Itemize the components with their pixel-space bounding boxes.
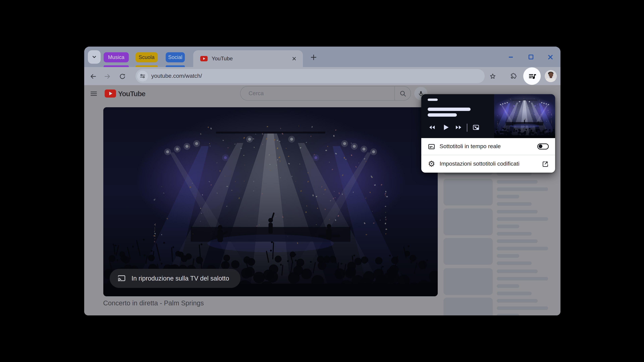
forward-arrow-icon	[104, 72, 112, 80]
open-caption-settings-button[interactable]	[541, 160, 548, 168]
browser-window: Musica Scuola Social YouTube	[84, 46, 560, 316]
minimize-icon	[508, 54, 514, 60]
tab-group-chip-social[interactable]: Social	[166, 52, 185, 62]
window-close-button[interactable]	[548, 54, 554, 60]
suggested-video-thumbnail-placeholder	[444, 298, 493, 316]
profile-avatar[interactable]	[545, 70, 557, 82]
suggested-video-text-placeholder	[497, 254, 519, 258]
browser-toolbar: youtube.com/watch/	[84, 67, 560, 85]
reload-icon	[118, 72, 126, 80]
live-caption-label: Sottotitoli in tempo reale	[440, 143, 501, 150]
youtube-favicon	[200, 56, 208, 61]
next-track-button[interactable]	[455, 123, 462, 131]
suggested-video-text-placeholder	[497, 239, 538, 243]
suggested-video-text-placeholder	[497, 277, 548, 281]
open-in-new-icon	[541, 160, 548, 168]
video-title: Concerto in diretta - Palm Springs	[103, 299, 204, 307]
play-icon	[441, 123, 450, 132]
bookmark-button[interactable]	[489, 72, 497, 80]
video-dim-overlay	[103, 107, 438, 296]
puzzle-icon	[509, 72, 517, 80]
media-controls-button[interactable]	[523, 67, 541, 85]
suggested-video-text-placeholder	[497, 299, 538, 303]
suggested-video-text-placeholder	[497, 247, 548, 250]
suggested-video-text-placeholder	[497, 217, 548, 221]
media-thumbnail	[494, 94, 555, 138]
guide-menu-button[interactable]	[90, 89, 98, 97]
url-text: youtube.com/watch/	[151, 73, 202, 79]
live-caption-icon	[428, 142, 436, 150]
suggested-video-text-placeholder	[497, 284, 519, 288]
back-arrow-icon	[89, 72, 97, 80]
cast-icon	[117, 274, 126, 283]
search-input[interactable]	[248, 90, 377, 97]
tab-group-chip-musica[interactable]: Musica	[104, 52, 129, 62]
tab-group-underline	[136, 65, 158, 67]
window-maximize-button[interactable]	[528, 54, 534, 60]
previous-track-button[interactable]	[428, 123, 436, 131]
suggested-video-text-placeholder	[497, 232, 532, 236]
address-bar[interactable]: youtube.com/watch/	[136, 69, 485, 83]
media-artist-placeholder	[428, 113, 457, 117]
suggested-video-text-placeholder	[497, 270, 538, 273]
site-settings-button[interactable]	[137, 71, 148, 81]
suggested-video-thumbnail-placeholder	[444, 268, 493, 295]
suggested-video-thumbnail-placeholder	[444, 209, 493, 235]
picture-in-picture-icon	[472, 123, 480, 131]
caption-settings-row[interactable]: ⚙ Impostazioni sottotitoli codificati	[421, 155, 555, 172]
tab-close-button[interactable]	[292, 56, 297, 61]
tab-search-button[interactable]	[88, 50, 100, 64]
chevron-down-icon	[91, 54, 97, 60]
tab-group-label: Musica	[108, 54, 124, 60]
plus-icon	[310, 54, 317, 61]
close-icon	[548, 54, 554, 60]
tab-youtube[interactable]: YouTube	[193, 50, 303, 67]
live-caption-toggle[interactable]	[537, 143, 548, 149]
picture-in-picture-button[interactable]	[472, 123, 480, 131]
suggested-video-text-placeholder	[497, 210, 538, 214]
tab-group-chip-scuola[interactable]: Scuola	[136, 52, 158, 62]
search-button[interactable]	[394, 86, 411, 100]
media-session-card[interactable]	[421, 94, 555, 138]
tab-group-underline	[104, 65, 129, 67]
youtube-wordmark[interactable]: YouTube	[118, 90, 145, 98]
tune-icon	[140, 73, 146, 79]
maximize-icon	[528, 54, 534, 60]
search-box[interactable]	[240, 86, 394, 100]
caption-settings-label: Impostazioni sottotitoli codificati	[440, 161, 520, 167]
window-minimize-button[interactable]	[508, 54, 514, 60]
youtube-logo-icon[interactable]	[105, 89, 116, 97]
reload-button[interactable]	[118, 72, 126, 80]
hamburger-icon	[90, 90, 98, 97]
suggested-video-text-placeholder	[497, 306, 548, 310]
tab-title: YouTube	[212, 56, 233, 62]
play-button[interactable]	[441, 123, 450, 132]
suggested-video-text-placeholder	[497, 187, 548, 191]
tab-strip: Musica Scuola Social YouTube	[84, 46, 560, 67]
live-caption-row[interactable]: Sottotitoli in tempo reale	[421, 138, 555, 155]
suggested-video-text-placeholder	[497, 202, 532, 206]
forward-button[interactable]	[104, 72, 112, 80]
new-tab-button[interactable]	[310, 53, 318, 61]
suggested-video-thumbnail-placeholder	[444, 238, 493, 265]
tab-group-label: Social	[168, 54, 182, 60]
tab-group-underline	[166, 65, 185, 67]
suggested-video-text-placeholder	[497, 180, 538, 184]
gear-icon: ⚙	[428, 160, 436, 168]
extensions-button[interactable]	[509, 72, 517, 80]
search-icon	[399, 90, 406, 97]
cast-status-text: In riproduzione sulla TV del salotto	[132, 275, 229, 282]
suggested-video-thumbnail-placeholder	[444, 179, 493, 205]
video-player[interactable]: In riproduzione sulla TV del salotto	[103, 107, 438, 296]
suggested-video-text-placeholder	[497, 172, 532, 176]
suggested-video-text-placeholder	[497, 225, 519, 228]
cast-status-banner: In riproduzione sulla TV del salotto	[110, 269, 240, 288]
rewind-icon	[428, 123, 436, 131]
back-button[interactable]	[89, 72, 97, 80]
tab-group-label: Scuola	[139, 54, 155, 60]
media-title-placeholder	[428, 108, 470, 111]
suggested-video-text-placeholder	[497, 314, 519, 316]
toggle-knob	[538, 144, 542, 148]
concert-thumbnail-image	[494, 94, 555, 138]
media-source-placeholder	[428, 98, 438, 101]
